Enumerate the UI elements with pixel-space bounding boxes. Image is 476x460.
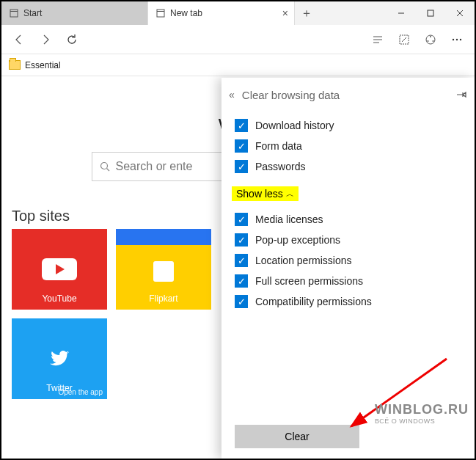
- show-less-toggle[interactable]: Show less ︿: [232, 186, 299, 201]
- favorites-item[interactable]: Essential: [25, 60, 61, 70]
- maximize-button[interactable]: [416, 1, 445, 25]
- back-icon[interactable]: «: [229, 89, 235, 101]
- checkmark-icon: ✓: [235, 213, 248, 226]
- share-button[interactable]: [417, 26, 444, 53]
- checkbox-label: Full screen permissions: [255, 275, 363, 287]
- checkbox-popup-exceptions[interactable]: ✓Pop-up exceptions: [235, 233, 461, 247]
- checkbox-label: Pop-up exceptions: [255, 234, 340, 246]
- panel-header: « Clear browsing data: [221, 78, 475, 112]
- tab-start[interactable]: Start: [1, 1, 148, 25]
- checkmark-icon: ✓: [235, 160, 248, 173]
- page-icon: [155, 9, 166, 18]
- svg-line-20: [106, 169, 109, 172]
- reading-view-button[interactable]: [365, 26, 391, 53]
- refresh-button[interactable]: [59, 26, 85, 53]
- tile-label: YouTube: [42, 293, 76, 304]
- back-button[interactable]: [6, 26, 32, 53]
- svg-rect-2: [157, 10, 164, 17]
- show-less-label: Show less: [236, 188, 283, 200]
- more-button[interactable]: [444, 26, 470, 53]
- checkbox-label: Media licenses: [255, 213, 323, 225]
- tab-strip: Start New tab × ＋: [1, 1, 475, 25]
- favorites-bar: Essential: [1, 54, 475, 76]
- minimize-button[interactable]: [387, 1, 416, 25]
- tab-newtab[interactable]: New tab ×: [148, 1, 295, 25]
- svg-rect-5: [428, 10, 433, 16]
- checkbox-label: Download history: [255, 120, 334, 131]
- tab-label: Start: [23, 8, 42, 18]
- panel-body: ✓Download history ✓Form data ✓Passwords …: [221, 112, 475, 415]
- clear-browsing-data-panel: « Clear browsing data ✓Download history …: [221, 78, 475, 459]
- chevron-up-icon: ︿: [286, 189, 294, 200]
- svg-point-17: [456, 38, 458, 40]
- page-icon: [9, 9, 19, 18]
- svg-point-13: [430, 36, 431, 37]
- forward-button[interactable]: [32, 26, 59, 53]
- new-tab-button[interactable]: ＋: [295, 1, 318, 25]
- tab-label: New tab: [170, 8, 202, 18]
- checkbox-location-permissions[interactable]: ✓Location permissions: [235, 254, 461, 267]
- panel-footer: Clear: [221, 415, 475, 459]
- checkbox-fullscreen-permissions[interactable]: ✓Full screen permissions: [235, 274, 461, 288]
- close-window-button[interactable]: [445, 1, 475, 25]
- checkmark-icon: ✓: [235, 295, 248, 308]
- checkmark-icon: ✓: [235, 119, 248, 132]
- checkbox-label: Compatibility permissions: [255, 296, 372, 307]
- checkmark-icon: ✓: [235, 254, 248, 267]
- window-controls: [387, 1, 475, 25]
- notes-button[interactable]: [391, 26, 417, 53]
- checkmark-icon: ✓: [235, 233, 248, 247]
- checkbox-form-data[interactable]: ✓Form data: [235, 139, 461, 153]
- clear-button[interactable]: Clear: [235, 425, 359, 448]
- svg-point-14: [428, 40, 429, 42]
- svg-point-18: [460, 38, 461, 40]
- svg-point-15: [433, 40, 434, 42]
- checkbox-compatibility-permissions[interactable]: ✓Compatibility permissions: [235, 295, 461, 308]
- browser-window: Start New tab × ＋ Essential Whe: [0, 0, 476, 460]
- twitter-icon: [50, 351, 69, 367]
- tile-label: Flipkart: [149, 293, 177, 304]
- search-icon: [100, 161, 110, 172]
- svg-point-19: [100, 163, 107, 169]
- search-placeholder: Search or ente: [116, 160, 193, 173]
- svg-rect-0: [10, 10, 18, 17]
- youtube-icon: [42, 258, 77, 280]
- tile-twitter[interactable]: Twitter Open the app: [12, 318, 107, 399]
- checkmark-icon: ✓: [235, 274, 248, 288]
- checkbox-label: Form data: [255, 140, 302, 152]
- clear-button-label: Clear: [285, 431, 309, 442]
- toolbar: [1, 25, 475, 54]
- tile-youtube[interactable]: YouTube: [12, 229, 107, 310]
- svg-point-16: [453, 38, 454, 40]
- checkbox-download-history[interactable]: ✓Download history: [235, 119, 461, 132]
- tile-flipkart[interactable]: Flipkart: [116, 229, 211, 310]
- bag-icon: [153, 261, 174, 282]
- folder-icon: [9, 60, 21, 70]
- checkmark-icon: ✓: [235, 139, 248, 153]
- close-icon[interactable]: ×: [282, 7, 288, 19]
- checkbox-passwords[interactable]: ✓Passwords: [235, 160, 461, 173]
- tile-sublabel: Open the app: [58, 388, 103, 396]
- checkbox-media-licenses[interactable]: ✓Media licenses: [235, 213, 461, 226]
- checkbox-label: Passwords: [255, 161, 305, 172]
- checkbox-label: Location permissions: [255, 255, 352, 266]
- pin-icon[interactable]: [455, 90, 467, 100]
- panel-title: Clear browsing data: [242, 89, 340, 101]
